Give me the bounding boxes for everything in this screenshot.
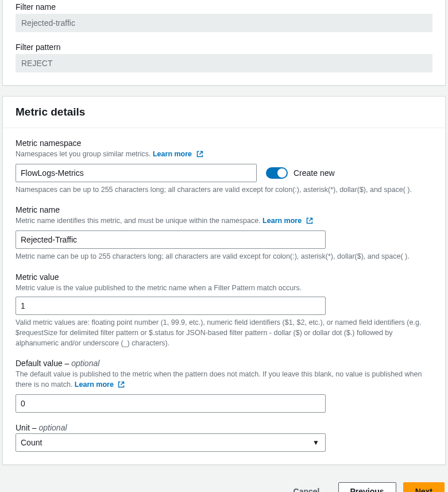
external-link-icon	[306, 217, 313, 227]
metric-name-field: Metric name Metric name identifies this …	[16, 205, 432, 262]
metric-value-helper-top: Metric value is the value published to t…	[16, 283, 432, 293]
create-new-toggle[interactable]	[266, 167, 288, 179]
chevron-down-icon: ▼	[312, 439, 319, 447]
filter-pattern-value: REJECT	[16, 54, 432, 72]
metric-namespace-learn-more-link[interactable]: Learn more	[153, 150, 203, 158]
metric-value-helper-bottom: Valid metric values are: floating point …	[16, 317, 432, 348]
metric-name-input[interactable]	[16, 230, 326, 249]
metric-name-helper-bottom: Metric name can be up to 255 characters …	[16, 251, 432, 262]
filter-name-label: Filter name	[16, 2, 432, 11]
metric-namespace-helper-top: Namespaces let you group similar metrics…	[16, 149, 432, 160]
create-new-label: Create new	[293, 168, 335, 178]
metric-namespace-helper-bottom: Namespaces can be up to 255 characters l…	[16, 184, 432, 195]
unit-field: Unit – optional Count ▼	[16, 423, 432, 452]
metric-details-title: Metric details	[16, 106, 432, 118]
default-value-helper-top: The default value is published to the me…	[16, 369, 432, 391]
metric-details-header: Metric details	[3, 97, 445, 128]
filter-name-value: Rejected-traffic	[16, 14, 432, 32]
unit-label: Unit – optional	[16, 423, 432, 432]
metric-value-field: Metric value Metric value is the value p…	[16, 272, 432, 349]
filter-pattern-label: Filter pattern	[16, 43, 432, 52]
next-button[interactable]: Next	[403, 482, 445, 492]
external-link-icon	[196, 150, 203, 160]
metric-namespace-label: Metric namespace	[16, 139, 432, 148]
metric-name-learn-more-link[interactable]: Learn more	[262, 217, 313, 225]
previous-button[interactable]: Previous	[338, 482, 396, 492]
metric-details-card: Metric details Metric namespace Namespac…	[2, 96, 446, 465]
unit-select-value: Count	[21, 438, 42, 447]
metric-namespace-field: Metric namespace Namespaces let you grou…	[16, 139, 432, 195]
wizard-footer: Cancel Previous Next	[0, 475, 448, 492]
metric-value-label: Metric value	[16, 272, 432, 282]
cancel-button[interactable]: Cancel	[282, 482, 331, 492]
default-value-learn-more-link[interactable]: Learn more	[75, 380, 125, 389]
metric-name-label: Metric name	[16, 205, 432, 214]
filter-pattern-field: Filter pattern REJECT	[16, 43, 432, 72]
metric-name-helper-top: Metric name identifies this metric, and …	[16, 216, 432, 227]
unit-select[interactable]: Count ▼	[16, 433, 326, 452]
filter-card: Filter name Rejected-traffic Filter patt…	[2, 0, 446, 86]
filter-name-field: Filter name Rejected-traffic	[16, 2, 432, 32]
external-link-icon	[118, 380, 125, 391]
metric-value-input[interactable]	[16, 297, 326, 315]
metric-namespace-input[interactable]	[16, 164, 257, 182]
default-value-field: Default value – optional The default val…	[16, 359, 432, 413]
default-value-input[interactable]	[16, 394, 326, 413]
default-value-label: Default value – optional	[16, 359, 432, 368]
